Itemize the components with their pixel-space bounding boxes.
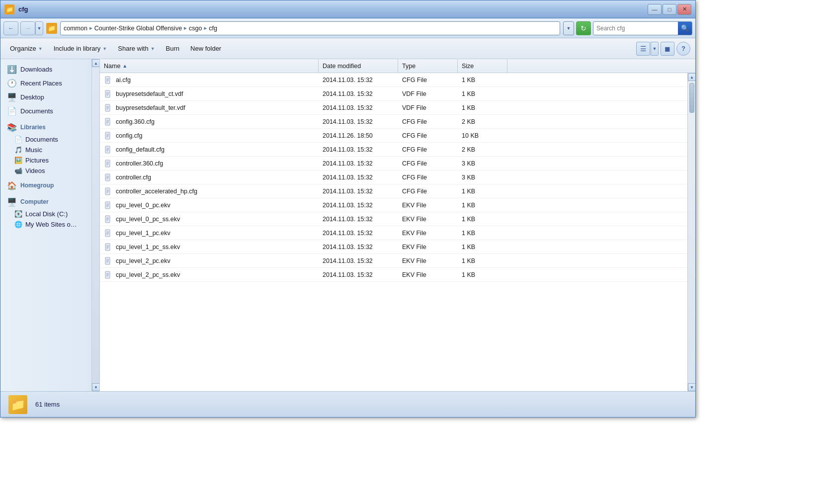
file-scroll-up[interactable]: ▲: [688, 73, 695, 81]
file-name-cell: cpu_level_0_pc.ekv: [100, 198, 319, 212]
file-row[interactable]: buypresetsdefault_ct.vdf 2014.11.03. 15:…: [100, 87, 687, 101]
sidebar-scroll-up[interactable]: ▲: [92, 59, 100, 67]
view-list-button[interactable]: ☰: [636, 42, 650, 56]
file-size-cell: 1 KB: [458, 268, 507, 281]
column-header-date[interactable]: Date modified: [319, 59, 398, 73]
path-csgo[interactable]: csgo: [189, 25, 202, 32]
file-size-cell: 3 KB: [458, 157, 507, 170]
sidebar-scroll-down[interactable]: ▼: [92, 383, 100, 391]
file-row[interactable]: controller.cfg 2014.11.03. 15:32 CFG Fil…: [100, 170, 687, 184]
path-sep-1: ►: [88, 25, 93, 31]
sidebar-item-local-disk[interactable]: 💽 Local Disk (C:): [4, 209, 91, 219]
sidebar-item-recent-places[interactable]: 🕐 Recent Places: [4, 76, 91, 90]
file-size-cell: 3 KB: [458, 170, 507, 184]
computer-icon: 🖥️: [6, 196, 17, 207]
path-csgo-game[interactable]: Counter-Strike Global Offensive: [94, 25, 182, 32]
file-date-cell: 2014.11.03. 15:32: [319, 143, 398, 156]
file-row[interactable]: ai.cfg 2014.11.03. 15:32 CFG File 1 KB: [100, 73, 687, 87]
file-name-cell: cpu_level_2_pc.ekv: [100, 254, 319, 267]
file-scroll-down[interactable]: ▼: [688, 383, 695, 391]
maximize-button[interactable]: □: [663, 4, 676, 15]
file-size-cell: 1 KB: [458, 198, 507, 212]
libraries-icon: 📚: [6, 122, 17, 133]
file-row[interactable]: cpu_level_0_pc.ekv 2014.11.03. 15:32 EKV…: [100, 198, 687, 212]
file-date-cell: 2014.11.03. 15:32: [319, 268, 398, 281]
sidebar-item-music[interactable]: 🎵 Music: [4, 145, 91, 155]
path-dropdown[interactable]: ▼: [563, 21, 574, 35]
file-name-cell: config_default.cfg: [100, 143, 319, 156]
sidebar-item-web-sites[interactable]: 🌐 My Web Sites on MS: [4, 219, 91, 230]
column-header-size[interactable]: Size: [458, 59, 507, 73]
file-type-cell: CFG File: [398, 115, 458, 128]
file-row[interactable]: cpu_level_1_pc.ekv 2014.11.03. 15:32 EKV…: [100, 226, 687, 240]
scroll-thumb[interactable]: [689, 83, 694, 113]
svg-rect-55: [105, 230, 110, 237]
address-path[interactable]: common ► Counter-Strike Global Offensive…: [60, 21, 560, 35]
file-date-cell: 2014.11.26. 18:50: [319, 129, 398, 142]
file-row[interactable]: buypresetsdefault_ter.vdf 2014.11.03. 15…: [100, 101, 687, 115]
burn-button[interactable]: Burn: [162, 41, 184, 56]
file-row[interactable]: config.360.cfg 2014.11.03. 15:32 CFG Fil…: [100, 115, 687, 129]
file-date-cell: 2014.11.03. 15:32: [319, 101, 398, 114]
sidebar-item-desktop[interactable]: 🖥️ Desktop: [4, 90, 91, 104]
share-with-button[interactable]: Share with ▼: [113, 41, 159, 56]
refresh-button[interactable]: ↻: [576, 21, 591, 35]
window-title: cfg: [18, 5, 648, 13]
search-button[interactable]: 🔍: [678, 21, 692, 35]
path-cfg[interactable]: cfg: [209, 25, 217, 32]
file-scrollbar[interactable]: ▲ ▼: [687, 73, 695, 391]
file-row[interactable]: cpu_level_1_pc_ss.ekv 2014.11.03. 15:32 …: [100, 240, 687, 254]
search-input[interactable]: [593, 25, 678, 32]
svg-rect-10: [105, 104, 110, 111]
sidebar-item-documents-fav[interactable]: 📄 Documents: [4, 104, 91, 118]
status-bar: 📁 61 items: [0, 391, 695, 417]
status-folder-icon: 📁: [8, 395, 27, 414]
homegroup-section[interactable]: 🏠 Homegroup: [4, 176, 91, 192]
sidebar-scrollbar[interactable]: ▲ ▼: [91, 59, 99, 391]
history-dropdown[interactable]: ▼: [35, 21, 43, 35]
column-header-type[interactable]: Type: [398, 59, 458, 73]
minimize-button[interactable]: —: [648, 4, 662, 15]
file-type-cell: CFG File: [398, 73, 458, 86]
file-row[interactable]: controller_accelerated_hp.cfg 2014.11.03…: [100, 184, 687, 198]
close-button[interactable]: ✕: [677, 4, 691, 15]
view-dropdown[interactable]: ▼: [651, 42, 659, 56]
include-in-library-button[interactable]: Include in library ▼: [49, 41, 112, 56]
view-preview-button[interactable]: ◼: [661, 42, 674, 56]
sidebar-item-pictures[interactable]: 🖼️ Pictures: [4, 155, 91, 166]
sidebar-item-videos[interactable]: 📹 Videos: [4, 166, 91, 176]
forward-button[interactable]: →: [20, 21, 35, 35]
file-size-cell: 10 KB: [458, 129, 507, 142]
organize-arrow: ▼: [38, 46, 43, 51]
file-type-cell: VDF File: [398, 87, 458, 100]
column-header-name[interactable]: Name ▲: [100, 59, 319, 73]
file-row[interactable]: config.cfg 2014.11.26. 18:50 CFG File 10…: [100, 129, 687, 143]
file-size-cell: 2 KB: [458, 143, 507, 156]
sidebar-item-documents-lib[interactable]: 📄 Documents: [4, 134, 91, 145]
file-row[interactable]: controller.360.cfg 2014.11.03. 15:32 CFG…: [100, 157, 687, 170]
file-icon: [104, 256, 113, 265]
back-button[interactable]: ←: [3, 21, 18, 35]
file-name-cell: controller.360.cfg: [100, 157, 319, 170]
file-date-cell: 2014.11.03. 15:32: [319, 240, 398, 253]
new-folder-button[interactable]: New folder: [186, 41, 226, 56]
file-name-cell: cpu_level_0_pc_ss.ekv: [100, 212, 319, 226]
file-type-cell: CFG File: [398, 143, 458, 156]
file-row[interactable]: cpu_level_2_pc.ekv 2014.11.03. 15:32 EKV…: [100, 254, 687, 268]
file-row[interactable]: config_default.cfg 2014.11.03. 15:32 CFG…: [100, 143, 687, 157]
help-button[interactable]: ?: [676, 42, 690, 56]
svg-rect-60: [105, 244, 110, 251]
file-icon: [104, 89, 113, 98]
computer-section[interactable]: 🖥️ Computer: [4, 192, 91, 209]
file-icon: [104, 187, 113, 196]
file-icon: [104, 131, 113, 140]
lib-docs-icon: 📄: [14, 136, 22, 143]
organize-button[interactable]: Organize ▼: [5, 41, 47, 56]
path-common[interactable]: common: [64, 25, 87, 32]
file-row[interactable]: cpu_level_0_pc_ss.ekv 2014.11.03. 15:32 …: [100, 212, 687, 226]
sidebar-item-downloads[interactable]: ⬇️ Downloads: [4, 62, 91, 76]
file-row[interactable]: cpu_level_2_pc_ss.ekv 2014.11.03. 15:32 …: [100, 268, 687, 282]
file-size-cell: 1 KB: [458, 73, 507, 86]
path-sep-3: ►: [203, 25, 208, 31]
file-size-cell: 1 KB: [458, 212, 507, 226]
